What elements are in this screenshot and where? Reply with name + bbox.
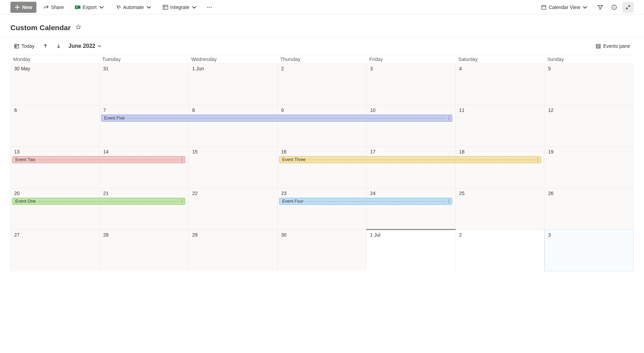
event-bar[interactable]: Event Four <box>279 198 452 205</box>
calendar-icon <box>541 5 547 10</box>
day-number: 21 <box>103 191 109 196</box>
event-title: Event Four <box>282 199 303 204</box>
svg-rect-2 <box>78 6 80 7</box>
day-number: 22 <box>192 191 198 196</box>
chevron-down-icon <box>97 44 102 48</box>
events-pane-button[interactable]: Events pane <box>592 41 634 51</box>
day-number: 8 <box>192 107 195 113</box>
calendar-cell[interactable]: 17 <box>367 147 456 188</box>
calendar-cell[interactable]: 24 <box>367 188 456 230</box>
calendar-row: 6789101112Event Five <box>11 105 634 147</box>
calendar-cell[interactable]: 11 <box>456 105 545 147</box>
calendar-cell[interactable]: 5 <box>544 63 634 105</box>
calendar-cell[interactable]: 21 <box>100 188 189 230</box>
calendar-cell[interactable]: 4 <box>456 63 545 105</box>
more-button[interactable] <box>204 2 215 13</box>
day-number: 31 <box>103 66 109 71</box>
day-number: 11 <box>459 107 465 113</box>
calendar-cell[interactable]: 1 Jun <box>189 63 278 105</box>
calendar-cell[interactable]: 9 <box>278 105 367 147</box>
day-number: 3 <box>548 232 551 238</box>
calendar-cell[interactable]: 6 <box>11 105 100 147</box>
event-endcap <box>449 116 449 120</box>
arrow-down-icon <box>56 43 61 49</box>
day-number: 16 <box>281 149 287 155</box>
calendar-cell[interactable]: 23 <box>278 188 367 230</box>
event-bar[interactable]: Event Three <box>279 156 541 163</box>
integrate-button[interactable]: Integrate <box>158 2 201 13</box>
calendar-cell[interactable]: 28 <box>100 230 189 271</box>
day-number: 1 Jul <box>370 232 380 238</box>
collapse-icon <box>625 5 631 10</box>
event-endcap <box>182 158 182 162</box>
collapse-button[interactable] <box>622 2 634 13</box>
calendar-body: 30 May311 Jun23456789101112Event Five131… <box>10 63 634 271</box>
chevron-down-icon <box>146 5 152 10</box>
calendar-cell[interactable]: 31 <box>100 63 189 105</box>
event-bar[interactable]: Event One <box>12 198 185 205</box>
calendar-row: 30 May311 Jun2345 <box>11 63 634 105</box>
day-number: 24 <box>370 191 376 196</box>
filter-icon <box>598 5 603 10</box>
automate-icon <box>115 5 121 10</box>
calendar-cell[interactable]: 20 <box>11 188 100 230</box>
calendar-row: 20212223242526Event OneEvent Four <box>11 188 634 230</box>
svg-rect-4 <box>78 8 80 9</box>
calendar-cell[interactable]: 10 <box>367 105 456 147</box>
prev-month-button[interactable] <box>40 41 51 51</box>
favorite-button[interactable] <box>74 23 83 32</box>
day-number: 4 <box>459 66 462 71</box>
event-duration-line <box>308 160 536 160</box>
svg-rect-9 <box>542 6 546 9</box>
calendar-cell[interactable]: 26 <box>544 188 634 230</box>
filter-button[interactable] <box>595 2 606 13</box>
share-button[interactable]: Share <box>39 2 68 13</box>
calendar-cell[interactable]: 22 <box>189 188 278 230</box>
calendar-cell[interactable]: 29 <box>189 230 278 271</box>
calendar-cell[interactable]: 7 <box>100 105 189 147</box>
calendar-nav: Today June 2022 Events pane <box>0 37 644 55</box>
event-endcap <box>449 199 449 203</box>
day-number: 27 <box>14 232 20 238</box>
calendar-cell[interactable]: 13 <box>11 147 100 188</box>
event-bar[interactable]: Event Two <box>12 156 185 163</box>
svg-point-8 <box>211 7 212 7</box>
weekday-label: Thursday <box>277 55 367 63</box>
calendar-cell[interactable]: 16 <box>278 147 367 188</box>
weekday-label: Sunday <box>544 55 634 63</box>
calendar-cell[interactable]: 2 <box>456 230 545 271</box>
calendar-cell[interactable]: 14 <box>100 147 189 188</box>
new-button[interactable]: New <box>10 2 36 13</box>
info-button[interactable] <box>609 2 620 13</box>
calendar-cell[interactable]: 19 <box>544 147 634 188</box>
calendar-cell[interactable]: 18 <box>456 147 545 188</box>
automate-button[interactable]: Automate <box>111 2 156 13</box>
calendar-cell[interactable]: 30 <box>278 230 367 271</box>
export-button[interactable]: Export <box>71 2 108 13</box>
calendar-cell[interactable]: 3 <box>544 230 634 271</box>
day-number: 15 <box>192 149 198 155</box>
svg-rect-5 <box>163 5 168 9</box>
next-month-button[interactable] <box>53 41 64 51</box>
today-button[interactable]: Today <box>10 41 38 51</box>
event-endcap <box>538 158 538 162</box>
view-switcher-button[interactable]: Calendar View <box>537 2 592 13</box>
calendar-cell[interactable]: 15 <box>189 147 278 188</box>
event-bar[interactable]: Event Five <box>101 115 452 122</box>
day-number: 12 <box>548 107 553 113</box>
month-picker[interactable]: June 2022 <box>66 43 103 49</box>
calendar-cell[interactable]: 30 May <box>11 63 100 105</box>
events-pane-label: Events pane <box>603 43 630 49</box>
calendar-cell[interactable]: 25 <box>456 188 545 230</box>
day-number: 23 <box>281 191 287 196</box>
day-number: 9 <box>281 107 284 113</box>
day-number: 30 <box>281 232 287 238</box>
calendar-cell[interactable]: 3 <box>367 63 456 105</box>
calendar-cell[interactable]: 1 Jul <box>367 230 456 271</box>
calendar-cell[interactable]: 2 <box>278 63 367 105</box>
calendar-cell[interactable]: 12 <box>544 105 634 147</box>
day-number: 5 <box>548 66 551 71</box>
calendar-cell[interactable]: 8 <box>189 105 278 147</box>
calendar-cell[interactable]: 27 <box>11 230 100 271</box>
day-number: 2 <box>281 66 284 71</box>
